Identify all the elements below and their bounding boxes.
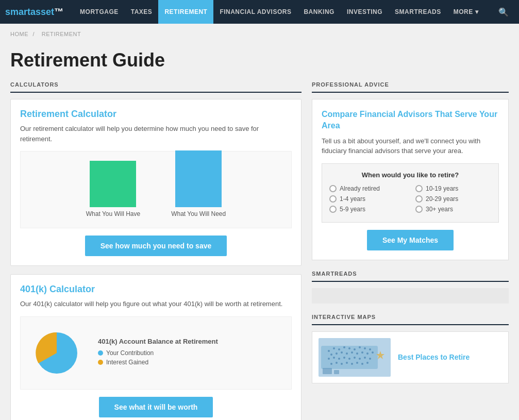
- breadcrumb-home[interactable]: HOME: [10, 31, 28, 37]
- radio-20-29[interactable]: 20-29 years: [415, 195, 491, 203]
- pie-chart-svg: [31, 327, 82, 379]
- nav-retirement[interactable]: RETIREMENT: [158, 0, 213, 24]
- legend-contribution-dot: [98, 350, 103, 356]
- 401k-calculator-card: 401(k) Calculator Our 401(k) calculator …: [10, 274, 302, 420]
- bar-need: What You Will Need: [171, 150, 226, 217]
- bar-need-label: What You Will Need: [171, 210, 226, 217]
- legend-interest: Interest Gained: [98, 359, 218, 366]
- interactive-maps-section: INTERACTIVE MAPS: [312, 314, 509, 383]
- radio-grid: Already retired 10-19 years 1-4 years: [329, 185, 491, 213]
- svg-point-8: [359, 346, 361, 348]
- bar-need-visual: [175, 150, 222, 207]
- radio-5-9-circle: [329, 206, 337, 213]
- pie-legend-area: 401(k) Account Balance at Retirement You…: [98, 338, 218, 368]
- retirement-bar-chart: What You Will Have What You Will Need: [20, 151, 292, 228]
- right-column: PROFESSIONAL ADVICE Compare Financial Ad…: [312, 81, 509, 420]
- svg-point-10: [369, 348, 371, 350]
- map-title: Best Places to Retire: [398, 353, 470, 361]
- svg-rect-38: [334, 370, 339, 374]
- radio-30plus-circle: [415, 206, 423, 213]
- svg-point-19: [372, 351, 374, 354]
- logo-smart: smart: [5, 7, 30, 17]
- nav-investing[interactable]: INVESTING: [341, 0, 389, 24]
- advice-card: Compare Financial Advisors That Serve Yo…: [312, 99, 509, 260]
- breadcrumb-current: RETIREMENT: [42, 31, 81, 37]
- nav-banking[interactable]: BANKING: [297, 0, 341, 24]
- legend-interest-dot: [98, 360, 103, 365]
- page-title-area: Retirement Guide: [0, 44, 519, 81]
- svg-point-29: [330, 363, 332, 365]
- map-card[interactable]: Best Places to Retire: [312, 331, 509, 383]
- 401k-calc-cta[interactable]: See what it will be worth: [99, 397, 213, 417]
- nav-taxes[interactable]: TAXES: [125, 0, 159, 24]
- svg-point-25: [354, 357, 356, 359]
- radio-20-29-label: 20-29 years: [426, 195, 458, 203]
- svg-point-16: [356, 352, 358, 355]
- svg-point-30: [336, 362, 338, 364]
- retirement-calculator-card: Retirement Calculator Our retirement cal…: [10, 99, 302, 266]
- left-column: CALCULATORS Retirement Calculator Our re…: [10, 81, 302, 420]
- 401k-calc-desc: Our 401(k) calculator will help you figu…: [20, 299, 292, 309]
- legend-contribution-label: Your Contribution: [106, 349, 154, 357]
- radio-5-9[interactable]: 5-9 years: [329, 206, 405, 213]
- svg-point-21: [333, 357, 335, 359]
- svg-point-20: [328, 358, 330, 360]
- svg-point-15: [351, 351, 353, 354]
- search-icon[interactable]: 🔍: [493, 7, 514, 17]
- radio-1-4-label: 1-4 years: [340, 195, 365, 203]
- nav-smartreads[interactable]: SMARTREADS: [389, 0, 447, 24]
- breadcrumb-separator: /: [33, 31, 35, 37]
- main-content: CALCULATORS Retirement Calculator Our re…: [0, 81, 519, 420]
- breadcrumb: HOME / RETIREMENT: [0, 24, 519, 44]
- calculators-header: CALCULATORS: [10, 81, 302, 93]
- navigation: smartasset™ MORTGAGE TAXES RETIREMENT FI…: [0, 0, 519, 24]
- svg-point-14: [346, 352, 348, 355]
- radio-already-retired-circle: [329, 185, 337, 192]
- logo[interactable]: smartasset™: [5, 7, 63, 18]
- svg-point-26: [359, 358, 361, 360]
- maps-header: INTERACTIVE MAPS: [312, 314, 509, 325]
- advice-desc: Tell us a bit about yourself, and we'll …: [322, 136, 499, 156]
- svg-point-35: [361, 363, 363, 365]
- svg-point-22: [338, 358, 340, 360]
- nav-more[interactable]: MORE ▾: [447, 0, 484, 24]
- svg-point-32: [346, 362, 348, 364]
- svg-point-23: [343, 357, 345, 359]
- svg-point-33: [351, 363, 353, 365]
- logo-asset: asset: [30, 7, 54, 17]
- form-title: When would you like to retire?: [329, 171, 491, 179]
- advice-title: Compare Financial Advisors That Serve Yo…: [322, 109, 499, 132]
- svg-point-11: [330, 354, 332, 356]
- radio-10-19[interactable]: 10-19 years: [415, 185, 491, 192]
- radio-5-9-label: 5-9 years: [340, 206, 365, 213]
- retirement-calc-cta[interactable]: See how much you need to save: [85, 236, 227, 256]
- pie-legend: 401(k) Account Balance at Retirement You…: [98, 338, 218, 366]
- professional-advice-section: PROFESSIONAL ADVICE Compare Financial Ad…: [312, 81, 509, 260]
- svg-point-27: [364, 357, 366, 359]
- radio-already-retired-label: Already retired: [340, 185, 380, 192]
- see-matches-button[interactable]: See My Matches: [367, 230, 454, 250]
- bar-have-visual: [90, 161, 136, 207]
- legend-interest-label: Interest Gained: [106, 359, 148, 366]
- nav-mortgage[interactable]: MORTGAGE: [74, 0, 125, 24]
- svg-point-6: [348, 347, 350, 349]
- svg-point-31: [341, 363, 343, 365]
- radio-1-4-circle: [329, 195, 337, 203]
- retirement-calc-desc: Our retirement calculator will help you …: [20, 124, 292, 144]
- svg-point-18: [366, 352, 369, 355]
- svg-point-13: [341, 351, 343, 354]
- nav-financial-advisors[interactable]: FINANCIAL ADVISORS: [213, 0, 297, 24]
- 401k-calc-title: 401(k) Calculator: [20, 284, 292, 295]
- radio-30plus[interactable]: 30+ years: [415, 206, 491, 213]
- smartreads-section: SMARTREADS: [312, 271, 509, 304]
- svg-point-4: [338, 348, 340, 350]
- advice-header: PROFESSIONAL ADVICE: [312, 81, 509, 93]
- radio-1-4[interactable]: 1-4 years: [329, 195, 405, 203]
- legend-contribution: Your Contribution: [98, 349, 218, 357]
- svg-point-34: [356, 362, 358, 364]
- radio-already-retired[interactable]: Already retired: [329, 185, 405, 192]
- svg-point-36: [366, 362, 369, 364]
- radio-30plus-label: 30+ years: [426, 206, 453, 213]
- svg-point-2: [328, 350, 330, 352]
- bar-have-label: What You Will Have: [86, 210, 140, 217]
